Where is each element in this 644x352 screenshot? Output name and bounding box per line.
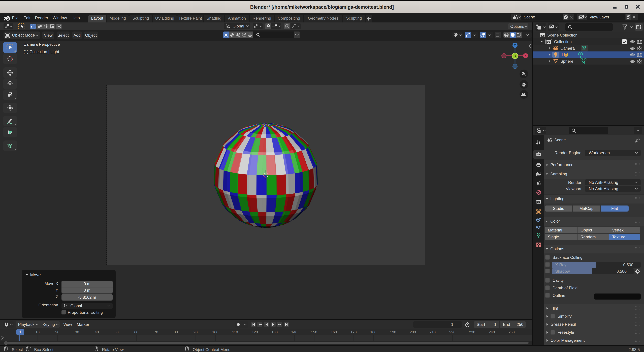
svg-text:-Y: -Y — [514, 54, 517, 58]
svg-text:Z: Z — [514, 44, 516, 47]
svg-text:X: X — [524, 54, 527, 58]
